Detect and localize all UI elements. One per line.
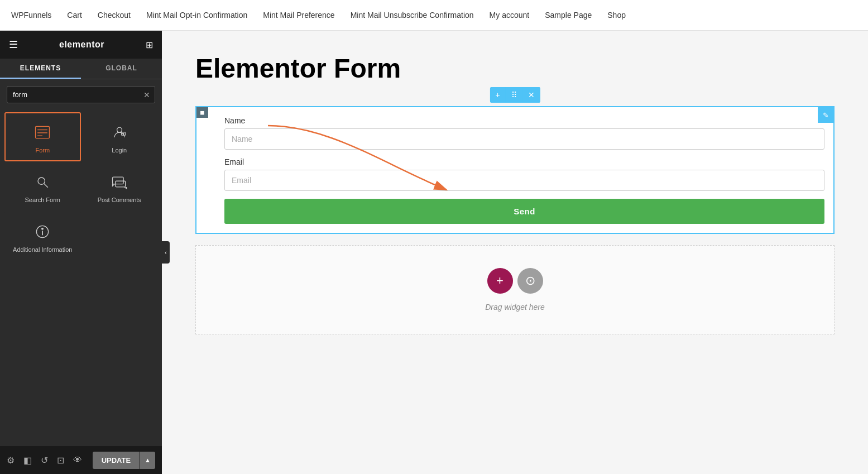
form-content: Name Email Send [196, 107, 833, 233]
update-button[interactable]: UPDATE [93, 452, 140, 469]
svg-point-4 [117, 127, 122, 132]
drop-zone-buttons: + ⊙ [487, 268, 543, 294]
svg-point-6 [123, 133, 124, 135]
svg-rect-0 [36, 126, 50, 138]
nav-mint-mail-unsubscribe[interactable]: Mint Mail Unsubscribe Confirmation [351, 11, 474, 20]
sidebar-search-wrapper: ✕ [0, 79, 162, 110]
svg-rect-9 [112, 177, 123, 184]
login-widget-icon [109, 122, 130, 142]
search-input[interactable] [7, 87, 155, 103]
sidebar-tabs: ELEMENTS GLOBAL [0, 59, 162, 79]
toolbar-close-button[interactable]: ✕ [522, 87, 540, 103]
post-comments-widget-label: Post Comments [98, 197, 141, 203]
hamburger-icon[interactable]: ☰ [9, 39, 18, 51]
layers-icon[interactable]: ◧ [23, 455, 32, 466]
widget-id-badge: ■ [196, 107, 208, 118]
nav-wpfunnels[interactable]: WPFunnels [11, 11, 51, 20]
form-widget-icon [32, 122, 52, 142]
main-layout: ☰ elementor ⊞ ELEMENTS GLOBAL ✕ [0, 31, 868, 474]
toolbar-add-button[interactable]: + [490, 87, 505, 103]
elementor-logo: elementor [59, 40, 104, 50]
email-input[interactable] [224, 170, 824, 191]
nav-shop[interactable]: Shop [607, 11, 626, 20]
widget-search-form[interactable]: Search Form [4, 162, 81, 211]
toolbar-move-button[interactable]: ⠿ [506, 87, 522, 103]
login-widget-label: Login [112, 147, 127, 154]
name-field-group: Name [224, 116, 824, 157]
nav-mint-mail-preference[interactable]: Mint Mail Preference [263, 11, 334, 20]
nav-my-account[interactable]: My account [490, 11, 530, 20]
top-nav: WPFunnels Cart Checkout Mint Mail Opt-in… [0, 0, 868, 31]
widget-login[interactable]: Login [81, 112, 158, 161]
widget-grid: Form Login [0, 110, 162, 263]
svg-line-8 [44, 184, 48, 188]
drop-zone: + ⊙ Drag widget here [195, 245, 835, 334]
email-field-group: Email [224, 157, 824, 199]
nav-sample-page[interactable]: Sample Page [545, 11, 592, 20]
drop-zone-label: Drag widget here [485, 303, 545, 312]
preview-icon[interactable]: 👁 [73, 455, 82, 465]
additional-info-widget-label: Additional Information [13, 246, 72, 253]
responsive-icon[interactable]: ⊡ [57, 455, 64, 466]
search-clear-icon[interactable]: ✕ [143, 90, 150, 99]
nav-mint-mail-optin[interactable]: Mint Mail Opt-in Confirmation [146, 11, 247, 20]
update-btn-wrapper: UPDATE ▲ [93, 452, 155, 469]
name-field-label: Name [224, 116, 824, 125]
additional-info-widget-icon [32, 222, 52, 242]
canvas: Elementor Form + ⠿ ✕ ■ ✎ Name [162, 31, 868, 474]
form-widget-label: Form [35, 147, 50, 154]
sidebar: ☰ elementor ⊞ ELEMENTS GLOBAL ✕ [0, 31, 162, 474]
drop-zone-template-button[interactable]: ⊙ [517, 268, 543, 294]
svg-point-7 [38, 178, 45, 184]
search-form-widget-label: Search Form [25, 197, 60, 203]
sidebar-footer: ⚙ ◧ ↺ ⊡ 👁 UPDATE ▲ [0, 446, 162, 474]
tab-elements[interactable]: ELEMENTS [0, 59, 81, 79]
search-box: ✕ [7, 86, 155, 103]
edit-pencil-button[interactable]: ✎ [818, 107, 833, 123]
widget-post-comments[interactable]: Post Comments [81, 162, 158, 211]
widget-toolbar: + ⠿ ✕ [490, 87, 540, 103]
widget-additional-info[interactable]: Additional Information [4, 212, 81, 261]
nav-checkout[interactable]: Checkout [98, 11, 131, 20]
search-form-widget-icon [32, 172, 52, 192]
submit-button[interactable]: Send [224, 199, 824, 224]
post-comments-widget-icon [109, 172, 130, 192]
update-dropdown-button[interactable]: ▲ [140, 452, 155, 469]
svg-point-13 [42, 228, 44, 229]
grid-icon[interactable]: ⊞ [146, 40, 153, 50]
tab-global[interactable]: GLOBAL [81, 59, 162, 79]
nav-cart[interactable]: Cart [67, 11, 81, 20]
widget-form[interactable]: Form [4, 112, 81, 161]
page-title: Elementor Form [195, 53, 835, 84]
elementor-header: ☰ elementor ⊞ [0, 31, 162, 59]
drop-zone-add-button[interactable]: + [487, 268, 513, 294]
name-input[interactable] [224, 128, 824, 150]
email-field-label: Email [224, 157, 824, 166]
history-icon[interactable]: ↺ [41, 455, 48, 466]
form-widget: ■ ✎ Name Email Send [195, 106, 835, 234]
settings-icon[interactable]: ⚙ [7, 455, 15, 466]
collapse-handle[interactable]: ‹ [162, 241, 170, 264]
